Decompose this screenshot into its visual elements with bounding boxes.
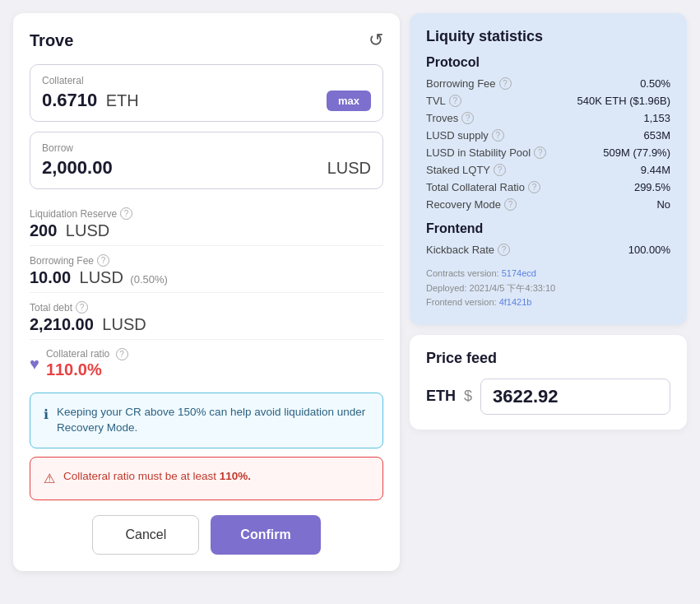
- collateral-unit: ETH: [106, 91, 139, 109]
- liquidation-reserve-section: Liquidation Reserve ? 200 LUSD: [30, 199, 383, 246]
- stats-value: 299.5%: [634, 181, 670, 193]
- protocol-row: TVL ? 540K ETH ($1.96B): [426, 92, 670, 109]
- price-feed-title: Price feed: [426, 350, 670, 367]
- contracts-version: Contracts version: 5174ecd: [426, 267, 670, 281]
- stats-value: 540K ETH ($1.96B): [577, 95, 670, 107]
- stats-key: LUSD in Stability Pool ?: [426, 146, 546, 159]
- stats-key: LUSD supply ?: [426, 129, 504, 142]
- stats-help-icon[interactable]: ?: [492, 129, 504, 142]
- total-debt-value-row: 2,210.00 LUSD: [30, 315, 383, 334]
- heart-icon: ♥: [30, 355, 39, 374]
- stats-key: Troves ?: [426, 112, 474, 124]
- price-coin: ETH: [426, 388, 456, 405]
- stats-key: Borrowing Fee ?: [426, 77, 512, 90]
- stats-help-icon[interactable]: ?: [534, 146, 546, 159]
- frontend-rows: Kickback Rate ? 100.00%: [426, 241, 670, 258]
- frontend-title: Frontend: [426, 221, 670, 236]
- price-value: 3622.92: [480, 379, 670, 415]
- total-debt-value: 2,210.00: [30, 315, 94, 333]
- stats-value: 100.00%: [628, 244, 670, 256]
- stats-value: 1,153: [643, 112, 670, 124]
- price-feed-row: ETH $ 3622.92: [426, 379, 670, 415]
- stats-value: 653M: [643, 129, 670, 142]
- frontend-hash-link[interactable]: 4f1421b: [499, 297, 532, 307]
- protocol-row: LUSD supply ? 653M: [426, 127, 670, 144]
- price-dollar-sign: $: [464, 388, 472, 405]
- stats-value: 0.50%: [640, 77, 670, 90]
- stats-value: 9.44M: [641, 164, 670, 176]
- history-icon[interactable]: ↺: [369, 30, 383, 51]
- trove-panel: Trove ↺ Collateral 0.6710 ETH max Borrow…: [13, 13, 400, 571]
- borrowing-fee-value-row: 10.00 LUSD (0.50%): [30, 268, 383, 287]
- stats-value: No: [656, 198, 670, 211]
- total-debt-section: Total debt ? 2,210.00 LUSD: [30, 293, 383, 340]
- warning-alert-text: Collateral ratio must be at least 110%.: [63, 469, 251, 485]
- stats-help-icon[interactable]: ?: [504, 198, 517, 211]
- protocol-row: Recovery Mode ? No: [426, 196, 670, 213]
- liquidation-reserve-unit: LUSD: [66, 221, 109, 239]
- protocol-rows: Borrowing Fee ? 0.50% TVL ? 540K ETH ($1…: [426, 75, 670, 213]
- borrowing-fee-help[interactable]: ?: [97, 254, 109, 267]
- borrow-label: Borrow: [42, 142, 371, 154]
- cancel-button[interactable]: Cancel: [92, 515, 199, 555]
- warning-icon: ⚠: [44, 470, 55, 488]
- right-panel: Liquity statistics Protocol Borrowing Fe…: [410, 13, 687, 571]
- confirm-button[interactable]: Confirm: [211, 515, 320, 555]
- borrowing-fee-unit: LUSD: [80, 268, 123, 286]
- stats-key: Staked LQTY ?: [426, 164, 506, 176]
- collateral-ratio-help[interactable]: ?: [116, 348, 128, 360]
- collateral-box: Collateral 0.6710 ETH max: [30, 64, 383, 122]
- info-icon: ℹ: [44, 406, 49, 424]
- meta-info: Contracts version: 5174ecd Deployed: 202…: [426, 267, 670, 310]
- stats-help-icon[interactable]: ?: [494, 164, 506, 176]
- collateral-row: 0.6710 ETH max: [42, 90, 371, 111]
- stats-help-icon[interactable]: ?: [449, 95, 461, 107]
- borrow-unit: LUSD: [327, 159, 371, 178]
- collateral-value: 0.6710: [42, 90, 97, 110]
- button-row: Cancel Confirm: [30, 515, 383, 555]
- deployed-text: Deployed: 2021/4/5 下午4:33:10: [426, 281, 670, 296]
- stats-title: Liquity statistics: [426, 28, 670, 45]
- total-debt-help[interactable]: ?: [76, 301, 88, 314]
- stats-key: Recovery Mode ?: [426, 198, 517, 211]
- borrowing-fee-sub: (0.50%): [130, 273, 168, 286]
- protocol-row: Borrowing Fee ? 0.50%: [426, 75, 670, 92]
- liquidation-reserve-label: Liquidation Reserve ?: [30, 207, 383, 220]
- stats-key: Kickback Rate ?: [426, 244, 510, 256]
- price-feed-panel: Price feed ETH $ 3622.92: [410, 335, 687, 430]
- collateral-value-row: 0.6710 ETH: [42, 90, 139, 111]
- max-button[interactable]: max: [327, 91, 371, 111]
- stats-help-icon[interactable]: ?: [461, 112, 474, 124]
- liquidation-reserve-value-row: 200 LUSD: [30, 221, 383, 240]
- info-alert: ℹ Keeping your CR above 150% can help av…: [30, 393, 383, 448]
- info-alert-text: Keeping your CR above 150% can help avoi…: [57, 405, 369, 436]
- frontend-row: Kickback Rate ? 100.00%: [426, 241, 670, 258]
- stats-help-icon[interactable]: ?: [499, 77, 512, 90]
- liquidation-reserve-value: 200: [30, 221, 57, 239]
- collateral-ratio-row: ♥ Collateral ratio ? 110.0%: [30, 340, 383, 384]
- stats-key: Total Collateral Ratio ?: [426, 181, 540, 193]
- protocol-row: Troves ? 1,153: [426, 109, 670, 127]
- collateral-ratio-value: 110.0%: [46, 360, 128, 379]
- stats-value: 509M (77.9%): [603, 146, 670, 159]
- total-debt-unit: LUSD: [102, 315, 146, 333]
- borrow-row: 2,000.00 LUSD: [42, 157, 371, 179]
- frontend-version: Frontend version: 4f1421b: [426, 295, 670, 310]
- borrow-value: 2,000.00: [42, 157, 113, 179]
- protocol-row: LUSD in Stability Pool ? 509M (77.9%): [426, 144, 670, 161]
- stats-panel: Liquity statistics Protocol Borrowing Fe…: [410, 13, 687, 325]
- contracts-hash-link[interactable]: 5174ecd: [502, 268, 536, 278]
- borrow-box: Borrow 2,000.00 LUSD: [30, 132, 383, 189]
- borrowing-fee-label: Borrowing Fee ?: [30, 254, 383, 267]
- liquidation-reserve-help[interactable]: ?: [120, 207, 132, 220]
- protocol-row: Staked LQTY ? 9.44M: [426, 161, 670, 179]
- stats-key: TVL ?: [426, 95, 461, 107]
- collateral-label: Collateral: [42, 75, 371, 86]
- stats-help-icon[interactable]: ?: [498, 244, 510, 256]
- stats-help-icon[interactable]: ?: [528, 181, 540, 193]
- collateral-ratio-label: Collateral ratio ?: [46, 348, 128, 360]
- panel-title: Trove: [30, 31, 73, 50]
- borrowing-fee-section: Borrowing Fee ? 10.00 LUSD (0.50%): [30, 246, 383, 293]
- panel-header: Trove ↺: [30, 30, 383, 51]
- warning-alert: ⚠ Collateral ratio must be at least 110%…: [30, 457, 383, 500]
